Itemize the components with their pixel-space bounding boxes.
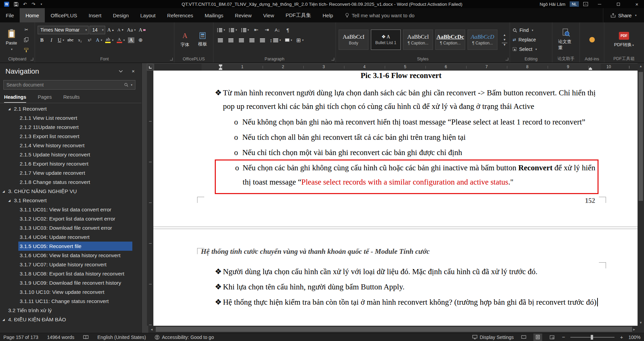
user-name[interactable]: Ngô Hải Lâm — [539, 2, 565, 7]
tab-officeplus[interactable]: OfficePLUS — [45, 8, 83, 22]
character-shading-button[interactable]: A — [127, 36, 135, 44]
enclose-characters-button[interactable]: ⊕ — [136, 36, 145, 44]
nav-heading-item[interactable]: 3.1.8 UC08: Export list data history rec… — [0, 269, 141, 278]
search-options-dropdown-icon[interactable]: ▾ — [131, 83, 132, 87]
vertical-scroll-thumb[interactable] — [639, 72, 643, 201]
pdf-convert-button[interactable]: PDF PDF转换▾ — [611, 24, 637, 55]
copy-icon[interactable] — [22, 35, 31, 44]
style-card-caption-2[interactable]: AaBbCcDc ¶ Caption... — [435, 30, 465, 50]
styles-scroll-up-icon[interactable]: ▲ — [502, 33, 507, 37]
horizontal-scroll-thumb[interactable] — [156, 327, 632, 332]
multilevel-list-button[interactable]: ▾ — [240, 25, 250, 34]
nav-heading-item[interactable]: 2.1.8 Change status reconvert — [0, 177, 141, 187]
tab-design[interactable]: Design — [107, 8, 135, 22]
collapse-arrow-icon[interactable]: ◢ — [2, 190, 8, 193]
search-icon[interactable] — [124, 83, 128, 87]
zoom-slider-thumb[interactable] — [591, 335, 593, 340]
tab-home[interactable]: Home — [20, 8, 45, 22]
clipboard-dialog-launcher[interactable] — [31, 58, 33, 60]
proofing-icon[interactable] — [83, 335, 89, 339]
addins-button[interactable] — [586, 36, 598, 43]
clear-formatting-button[interactable]: A — [138, 25, 147, 34]
style-card-caption-3[interactable]: AaBbCcD ¶ Caption... — [468, 30, 497, 50]
nav-heading-item[interactable]: 3.1.3 UC03: Download file convert error — [0, 223, 141, 232]
quick-access-dropdown-icon[interactable]: ▾ — [41, 3, 42, 6]
read-mode-button[interactable] — [519, 334, 528, 341]
tab-review[interactable]: Review — [229, 8, 257, 22]
shading-button[interactable]: ▾ — [284, 36, 293, 44]
scroll-right-icon[interactable]: ► — [631, 326, 638, 333]
style-card-body[interactable]: AaBbCcI Body — [339, 30, 368, 50]
redo-icon[interactable]: ↷ — [32, 2, 35, 6]
zoom-level[interactable]: 100% — [628, 335, 641, 340]
borders-button[interactable]: ⊞▾ — [295, 36, 305, 44]
collapse-arrow-icon[interactable]: ◢ — [2, 318, 8, 321]
shrink-font-button[interactable]: A▼ — [116, 25, 125, 34]
replace-button[interactable]: ⇄ Replace — [513, 35, 549, 44]
navigation-search-box[interactable]: ▾ — [3, 80, 135, 90]
superscript-button[interactable]: x² — [85, 36, 94, 44]
select-button[interactable]: Select▾ — [513, 45, 549, 54]
scroll-down-icon[interactable]: ▼ — [638, 320, 644, 326]
show-formatting-marks-button[interactable]: ¶ — [284, 25, 292, 34]
close-button[interactable]: × — [630, 0, 644, 8]
save-icon[interactable] — [14, 2, 18, 6]
align-left-button[interactable] — [216, 36, 225, 44]
zoom-out-button[interactable]: − — [562, 334, 565, 340]
print-layout-button[interactable] — [533, 334, 542, 341]
change-case-button[interactable]: Aa▾ — [126, 25, 137, 34]
nav-heading-item[interactable]: 2.1.6 Export history reconvert — [0, 159, 141, 168]
highlight-color-button[interactable]: ab▾ — [104, 36, 114, 44]
navigation-chevron-down-icon[interactable] — [119, 70, 123, 73]
decrease-indent-button[interactable]: ⇤ — [252, 25, 261, 34]
tab-results[interactable]: Results — [63, 94, 79, 103]
grow-font-button[interactable]: A▲ — [106, 25, 115, 34]
collapse-arrow-icon[interactable]: ◢ — [8, 107, 14, 111]
style-card-caption-1[interactable]: AaBbCcl ¶ Caption... — [403, 30, 433, 50]
nav-heading-item[interactable]: ◢3. CHỨC NĂNG NGHIỆP VỤ — [0, 187, 141, 196]
nav-heading-item[interactable]: 3.1.9 UC09: Download file reconvert hist… — [0, 278, 141, 287]
font-family-combo[interactable]: Times New Romar▾ — [38, 26, 89, 34]
nav-heading-item[interactable]: 2.1.7 View update reconvert — [0, 168, 141, 177]
bullets-button[interactable]: ▾ — [216, 25, 226, 34]
font-dialog-launcher[interactable] — [170, 58, 173, 60]
vertical-ruler[interactable] — [147, 71, 153, 326]
text-effects-button[interactable]: A▾ — [95, 36, 103, 44]
paragraph-dialog-launcher[interactable] — [332, 58, 334, 60]
increase-indent-button[interactable]: ⇥ — [263, 25, 271, 34]
zoom-in-button[interactable]: + — [620, 334, 623, 340]
vertical-scrollbar[interactable]: ▲ ▼ — [638, 63, 644, 326]
tab-layout[interactable]: Layout — [135, 8, 162, 22]
tab-view[interactable]: View — [257, 8, 280, 22]
minimize-button[interactable] — [592, 0, 607, 8]
style-card-bullet-list[interactable]: ❖ A Bullet List 1 — [371, 30, 401, 50]
nav-heading-item[interactable]: ◢2.1 Reconvert — [0, 104, 141, 113]
font-color-button[interactable]: A▾ — [116, 36, 126, 44]
nav-heading-item[interactable]: 2.1.1 View List reconvert — [0, 113, 141, 122]
nav-heading-item-selected[interactable]: 3.1.5 UC05: Reconvert file — [0, 242, 141, 251]
styles-more-icon[interactable]: ▼ — [502, 43, 507, 46]
nav-heading-item[interactable]: 2.1.3 Export list reconvert — [0, 132, 141, 141]
nav-heading-item[interactable]: ◢3.1 Reconvert — [0, 196, 141, 205]
navigation-close-icon[interactable]: × — [132, 70, 135, 73]
nav-heading-item[interactable]: 2.1.2 11Update reconvert — [0, 122, 141, 132]
tell-me-box[interactable]: Tell me what you want to do — [345, 8, 415, 22]
nav-heading-item[interactable]: 3.1.1 UC01: View list data convert error — [0, 205, 141, 214]
word-count[interactable]: 14964 words — [47, 335, 74, 340]
share-button[interactable]: Share ▾ — [603, 8, 644, 22]
zoom-slider[interactable] — [570, 337, 614, 338]
document-page-152[interactable]: Pic 3.1-6 Flow reconvert ❖ Từ màn hình r… — [153, 71, 638, 227]
nav-heading-item[interactable]: 3.2 Tiến trình xử lý — [0, 306, 141, 315]
language-indicator[interactable]: English (United States) — [97, 335, 146, 340]
maximize-button[interactable] — [611, 0, 625, 8]
tab-file[interactable]: File — [0, 8, 20, 22]
align-right-button[interactable] — [237, 36, 246, 44]
styles-dialog-launcher[interactable] — [506, 58, 508, 60]
nav-heading-item[interactable]: 2.1.5 Update history reconvert — [0, 150, 141, 159]
bold-button[interactable]: B — [38, 36, 46, 44]
nav-heading-item[interactable]: 3.1.10 UC10: View update reconvert — [0, 287, 141, 297]
nav-heading-item[interactable]: 3.1.7 UC07: Update history reconvert — [0, 260, 141, 269]
accessibility-status[interactable]: Accessibility: Good to go — [155, 335, 214, 340]
nav-heading-item[interactable]: 3.1.11 UC11: Change status reconvert — [0, 297, 141, 306]
distribute-button[interactable] — [258, 36, 267, 44]
